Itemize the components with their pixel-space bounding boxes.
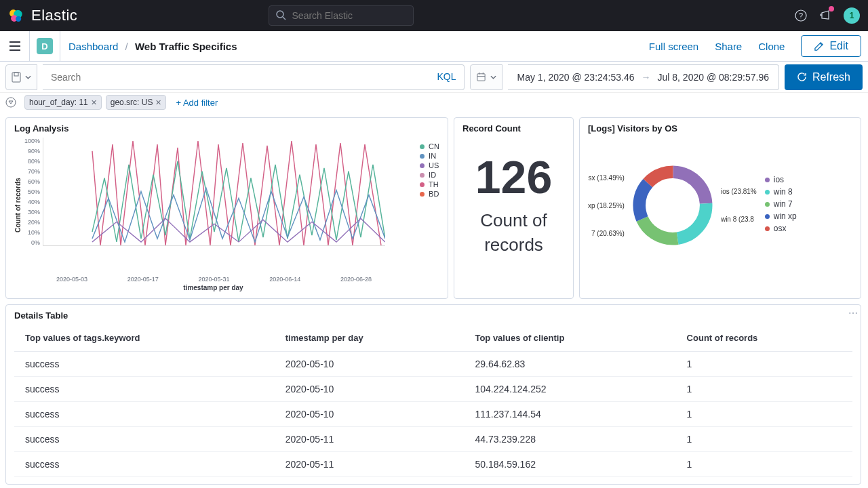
table-row[interactable]: success2020-05-10111.237.144.541	[14, 402, 852, 427]
share-button[interactable]: Share	[715, 41, 742, 52]
user-avatar[interactable]: 1	[844, 7, 860, 24]
svg-rect-13	[477, 74, 484, 81]
help-icon[interactable]: ?	[795, 9, 807, 22]
table-cell: 2020-05-10	[275, 352, 465, 377]
breadcrumb-separator: /	[125, 41, 128, 52]
divider	[60, 31, 60, 61]
legend-item[interactable]: TH	[420, 180, 439, 188]
table-cell: 1	[676, 427, 852, 452]
legend-item[interactable]: CN	[420, 142, 439, 150]
nav-toggle-button[interactable]	[0, 31, 30, 61]
breadcrumb-root[interactable]: Dashboard	[68, 41, 118, 52]
sub-header: D Dashboard / Web Traffic Specifics Full…	[0, 31, 868, 62]
table-cell: 111.237.144.54	[464, 402, 675, 427]
filter-pill[interactable]: geo.src: US✕	[106, 95, 167, 110]
close-icon[interactable]: ✕	[155, 98, 161, 107]
filter-pill[interactable]: hour_of_day: 11✕	[24, 95, 102, 110]
svg-point-3	[16, 16, 21, 22]
edit-button[interactable]: Edit	[801, 35, 861, 57]
x-axis-label: timestamp per day	[0, 284, 439, 291]
filter-label: geo.src: US	[111, 98, 153, 107]
date-to: Jul 8, 2020 @ 08:29:57.96	[658, 72, 769, 83]
legend-item[interactable]: win 8	[765, 187, 797, 197]
table-cell: 1	[676, 452, 852, 477]
metric-value: 126	[475, 154, 552, 200]
svg-text:?: ?	[799, 12, 803, 20]
legend-item[interactable]: win xp	[765, 211, 797, 221]
column-header[interactable]: Top values of clientip	[464, 325, 675, 352]
legend-item[interactable]: IN	[420, 152, 439, 160]
date-quick-select[interactable]	[470, 64, 502, 90]
table-cell: success	[14, 402, 275, 427]
date-range-picker[interactable]: May 1, 2020 @ 23:24:53.46 → Jul 8, 2020 …	[508, 64, 779, 90]
panel-title: Record Count	[462, 123, 565, 134]
space-selector[interactable]: D	[37, 38, 53, 54]
legend-item[interactable]: US	[420, 161, 439, 169]
svg-point-4	[277, 11, 283, 18]
table-row[interactable]: success2020-05-1029.64.62.831	[14, 352, 852, 377]
legend-item[interactable]: win 7	[765, 199, 797, 209]
table-cell: 1	[676, 377, 852, 402]
kql-toggle[interactable]: KQL	[437, 71, 456, 82]
panel-title: [Logs] Visitors by OS	[588, 123, 852, 134]
legend-item[interactable]: osx	[765, 224, 797, 233]
add-filter-button[interactable]: + Add filter	[176, 98, 218, 108]
x-axis-ticks: 2020-05-032020-05-172020-05-312020-06-14…	[56, 276, 372, 283]
table-cell: 2020-05-10	[275, 402, 465, 427]
table-cell: success	[14, 352, 275, 377]
hamburger-icon	[9, 41, 20, 51]
breadcrumb-current: Web Traffic Specifics	[135, 41, 237, 52]
chart-legend: CNINUSIDTHBD	[420, 142, 439, 199]
close-icon[interactable]: ✕	[91, 98, 97, 107]
column-header[interactable]: timestamp per day	[275, 325, 465, 352]
column-header[interactable]: Top values of tags.keyword	[14, 325, 275, 352]
saved-query-button[interactable]	[5, 64, 37, 90]
table-cell: 1	[676, 402, 852, 427]
table-cell: 1	[676, 352, 852, 377]
refresh-icon	[797, 72, 807, 82]
svg-rect-11	[12, 73, 20, 82]
table-cell: 104.224.124.252	[464, 377, 675, 402]
breadcrumb: Dashboard / Web Traffic Specifics	[68, 41, 237, 52]
query-input[interactable]	[43, 64, 465, 90]
search-icon	[275, 9, 286, 20]
dashboard-grid: Log Analysis Count of records 100%90%80%…	[0, 112, 868, 488]
panel-menu-icon[interactable]: ⋯	[848, 308, 858, 319]
filter-settings-icon[interactable]	[5, 97, 16, 108]
table-cell: 44.73.239.228	[464, 427, 675, 452]
brand-name: Elastic	[31, 7, 77, 24]
table-row[interactable]: success2020-05-1144.73.239.2281	[14, 427, 852, 452]
date-from: May 1, 2020 @ 23:24:53.46	[517, 72, 635, 83]
chevron-down-icon	[490, 75, 496, 79]
header-right: ? 1	[795, 7, 860, 24]
clone-button[interactable]: Clone	[758, 41, 785, 52]
arrow-right-icon: →	[642, 72, 651, 83]
legend-item[interactable]: ID	[420, 171, 439, 179]
table-cell: success	[14, 377, 275, 402]
table-row[interactable]: success2020-05-1150.184.59.1621	[14, 452, 852, 477]
table-cell: 50.184.59.162	[464, 452, 675, 477]
donut-chart[interactable]	[629, 161, 717, 249]
table-cell: 2020-05-11	[275, 427, 465, 452]
svg-rect-12	[14, 73, 18, 76]
panel-log-analysis: Log Analysis Count of records 100%90%80%…	[5, 117, 448, 299]
donut-legend: ioswin 8win 7win xposx	[765, 175, 797, 236]
details-table: Top values of tags.keywordtimestamp per …	[14, 325, 852, 477]
panel-record-count: Record Count 126 Count of records	[454, 117, 574, 299]
column-header[interactable]: Count of records	[676, 325, 852, 352]
legend-item[interactable]: BD	[420, 190, 439, 198]
legend-item[interactable]: ios	[765, 175, 797, 184]
chevron-down-icon	[25, 75, 31, 79]
donut-right-labels: ios (23.81%win 8 (23.8	[721, 188, 757, 223]
news-icon[interactable]	[819, 9, 831, 23]
table-row[interactable]: success2020-05-10104.224.124.2521	[14, 377, 852, 402]
global-search-input[interactable]	[269, 5, 414, 26]
panel-details-table: ⋯ Details Table Top values of tags.keywo…	[5, 304, 861, 485]
fullscreen-button[interactable]: Full screen	[649, 41, 698, 52]
brand-logo-wrap: Elastic	[8, 7, 77, 24]
query-bar: KQL May 1, 2020 @ 23:24:53.46 → Jul 8, 2…	[0, 62, 868, 93]
line-chart-plot[interactable]	[43, 138, 385, 246]
refresh-button[interactable]: Refresh	[785, 64, 863, 90]
pencil-icon	[814, 41, 824, 52]
calendar-icon	[476, 72, 486, 82]
